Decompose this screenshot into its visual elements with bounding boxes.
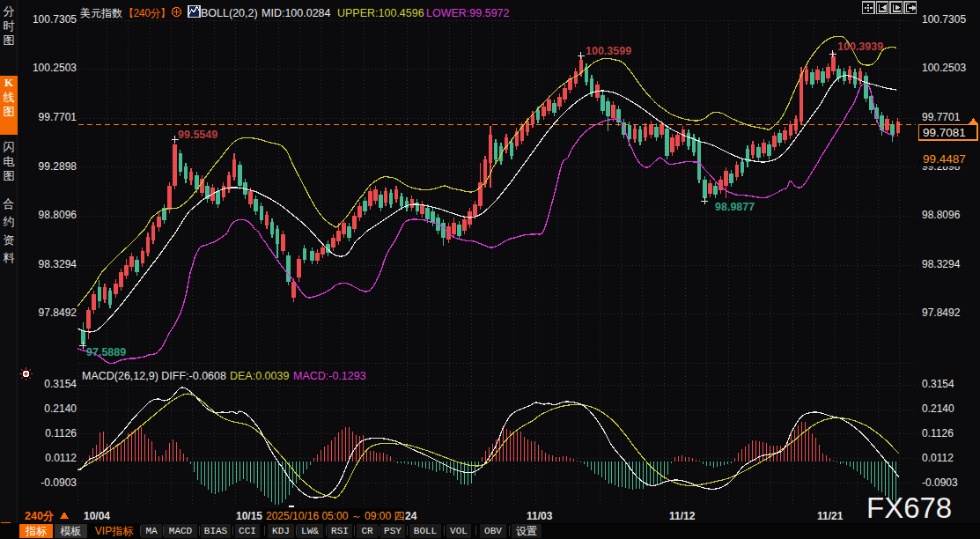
svg-text:100.3599: 100.3599 — [586, 45, 631, 57]
svg-text:10/04: 10/04 — [84, 510, 110, 522]
svg-text:97.8492: 97.8492 — [39, 306, 77, 319]
svg-text:98.3294: 98.3294 — [922, 258, 961, 270]
svg-text:11/21: 11/21 — [817, 510, 844, 522]
svg-text:99.7701: 99.7701 — [922, 111, 961, 123]
svg-text:0.3154: 0.3154 — [922, 378, 954, 390]
svg-text:11/12: 11/12 — [669, 510, 696, 522]
svg-text:2025/10/16 05:00 ～ 09:00 四: 2025/10/16 05:00 ～ 09:00 四 — [266, 510, 404, 522]
svg-text:0.0112: 0.0112 — [922, 452, 954, 464]
svg-text:BOLL(20,2): BOLL(20,2) — [201, 7, 258, 19]
svg-text:98.3294: 98.3294 — [39, 258, 77, 270]
svg-text:99.2898: 99.2898 — [39, 160, 77, 173]
svg-text:-0.0903: -0.0903 — [41, 476, 77, 489]
svg-text:【240分】: 【240分】 — [123, 7, 171, 19]
svg-text:LOWER:99.5972: LOWER:99.5972 — [426, 7, 510, 19]
svg-text:100.7305: 100.7305 — [922, 13, 966, 26]
svg-text:99.5549: 99.5549 — [178, 129, 217, 141]
svg-text:0.3154: 0.3154 — [44, 378, 77, 390]
svg-text:0.2140: 0.2140 — [922, 402, 954, 415]
svg-text:DEA:0.0039: DEA:0.0039 — [230, 370, 289, 382]
svg-text:100.3939: 100.3939 — [837, 41, 883, 53]
svg-text:FX678: FX678 — [866, 491, 952, 524]
svg-text:UPPER:100.4596: UPPER:100.4596 — [337, 7, 424, 19]
svg-text:0.2140: 0.2140 — [44, 402, 77, 415]
svg-text:24: 24 — [405, 510, 417, 522]
svg-text:97.8492: 97.8492 — [922, 306, 961, 319]
svg-text:98.9877: 98.9877 — [715, 201, 755, 213]
svg-text:99.4487: 99.4487 — [923, 152, 966, 166]
svg-text:0.1126: 0.1126 — [45, 427, 77, 439]
svg-text:10/15: 10/15 — [236, 510, 262, 522]
svg-text:100.2503: 100.2503 — [922, 62, 966, 74]
svg-text:11/03: 11/03 — [527, 510, 553, 522]
svg-text:240分: 240分 — [25, 510, 55, 522]
svg-text:美元指数: 美元指数 — [80, 7, 122, 19]
svg-text:99.7701: 99.7701 — [39, 111, 77, 123]
svg-text:100.2503: 100.2503 — [33, 62, 77, 74]
svg-text:98.8096: 98.8096 — [39, 209, 77, 221]
svg-text:MID:100.0284: MID:100.0284 — [262, 7, 331, 19]
svg-text:-0.0903: -0.0903 — [922, 476, 958, 489]
svg-text:98.8096: 98.8096 — [922, 209, 961, 221]
svg-text:97.5889: 97.5889 — [86, 346, 126, 358]
svg-text:100.7305: 100.7305 — [33, 13, 77, 26]
svg-text:0.0112: 0.0112 — [45, 452, 77, 464]
svg-text:MACD:-0.1293: MACD:-0.1293 — [293, 370, 366, 382]
svg-text:MACD(26,12,9) DIFF:-0.0608: MACD(26,12,9) DIFF:-0.0608 — [82, 370, 226, 382]
svg-text:0.1126: 0.1126 — [922, 427, 954, 439]
svg-text:99.7081: 99.7081 — [923, 126, 966, 139]
